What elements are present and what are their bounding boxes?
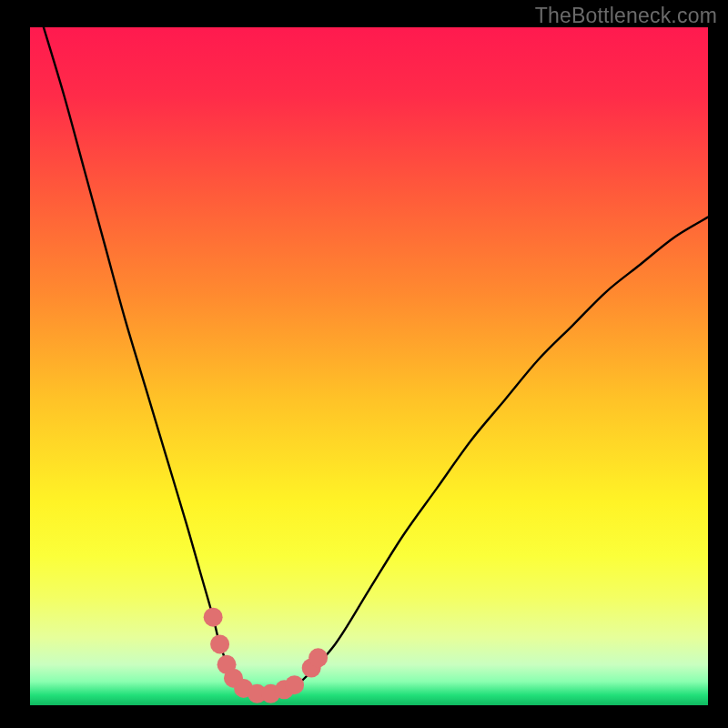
chart-frame: TheBottleneck.com (0, 0, 728, 728)
chart-svg (30, 27, 708, 705)
plot-area (30, 27, 708, 705)
watermark-text: TheBottleneck.com (535, 4, 717, 28)
trough-marker (285, 675, 304, 694)
trough-marker (204, 608, 223, 627)
trough-marker (210, 634, 229, 653)
gradient-background (30, 27, 708, 705)
trough-marker (308, 648, 328, 667)
